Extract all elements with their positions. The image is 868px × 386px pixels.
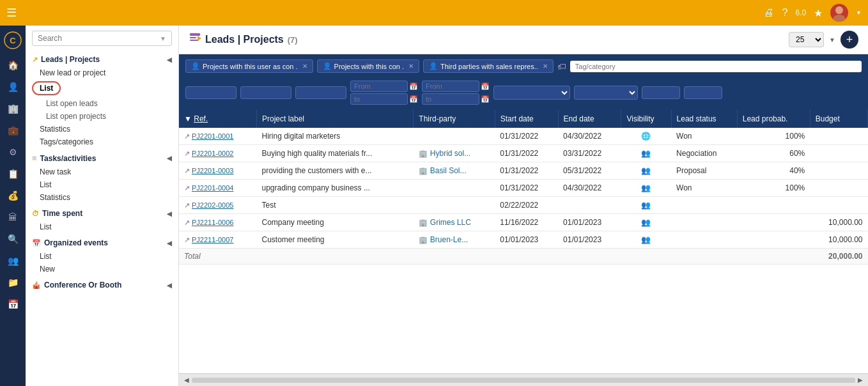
sidebar-item-open-projects[interactable]: List open projects (26, 110, 178, 123)
filter-input-5[interactable] (684, 86, 722, 99)
visibility-filter-select[interactable]: Public Private (493, 86, 570, 100)
row-budget: 10,000.00 (810, 231, 867, 249)
help-icon[interactable]: ? (782, 7, 787, 19)
calendar-icon-3[interactable]: 📅 (481, 82, 490, 91)
sidebar-section-events-header[interactable]: 📅 Organized events ◀ (26, 236, 178, 250)
filter-input-3[interactable] (295, 86, 346, 99)
row-start-date: 11/16/2022 (495, 214, 558, 231)
page-count: (7) (288, 35, 298, 45)
sidebar-section-tasks-header[interactable]: ≡ Tasks/activities ◀ (26, 151, 178, 166)
filter-input-2[interactable] (240, 86, 291, 99)
tag-category-input[interactable] (570, 61, 862, 72)
row-budget (810, 180, 867, 197)
sidebar-item-list[interactable]: List (32, 81, 61, 95)
row-lead-icon: ↗ (184, 132, 190, 140)
scroll-left-icon[interactable]: ◀ (184, 376, 189, 383)
svg-marker-7 (198, 36, 201, 41)
nav-home-icon[interactable]: 🏠 (3, 56, 23, 74)
filter-remove-1[interactable]: ✕ (302, 63, 307, 70)
sidebar-item-open-leads[interactable]: List open leads (26, 97, 178, 110)
ref-link[interactable]: PJ2201-0002 (192, 150, 233, 157)
sidebar-section-leads-header[interactable]: ↗ Leads | Projects ◀ (26, 52, 178, 66)
row-lead-prob (737, 231, 810, 249)
row-project-label: Test (256, 197, 413, 214)
sidebar-item-tasks-stats[interactable]: Statistics (26, 191, 178, 204)
calendar-icon-4[interactable]: 📅 (481, 95, 490, 104)
nav-leads-icon[interactable]: 💼 (3, 121, 23, 139)
col-ref[interactable]: ▼ Ref. (179, 110, 256, 128)
sidebar-item-time-list[interactable]: List (26, 220, 178, 233)
filter-input-1[interactable] (185, 86, 236, 99)
col-label: Project label (256, 110, 413, 128)
search-input[interactable] (38, 34, 160, 43)
nav-settings-icon[interactable]: ⚙ (3, 143, 23, 161)
date-from-input-2[interactable] (422, 81, 479, 92)
sidebar-item-events-list[interactable]: List (26, 250, 178, 263)
calendar-icon-2[interactable]: 📅 (409, 95, 418, 104)
sidebar-item-list-wrapper: List (26, 79, 178, 97)
page-title-icon (189, 32, 201, 48)
nav-search-icon[interactable]: 🔍 (3, 230, 23, 248)
ref-link[interactable]: PJ2211-0007 (192, 236, 233, 243)
per-page-select[interactable]: 25 10 50 100 (789, 32, 824, 47)
row-third-party[interactable]: 🏢 Grimes LLC (419, 218, 490, 227)
per-page-dropdown-icon: ▼ (829, 36, 835, 43)
ref-link[interactable]: PJ2202-0005 (192, 201, 233, 209)
sidebar-section-time-header[interactable]: ⏱ Time spent ◀ (26, 206, 178, 220)
sidebar-item-new-lead[interactable]: New lead or project (26, 66, 178, 79)
filter-user-icon-2: 👤 (323, 62, 332, 70)
favorites-icon[interactable]: ★ (814, 7, 823, 19)
ref-link[interactable]: PJ2201-0004 (192, 184, 233, 192)
row-lead-prob: 60% (737, 145, 810, 162)
filter-user-icon-3: 👤 (429, 62, 438, 70)
row-third-party[interactable]: 🏢 Hybrid sol... (419, 149, 490, 158)
sidebar-item-tags[interactable]: Tags/categories (26, 135, 178, 148)
date-from-input-1[interactable] (350, 81, 408, 92)
date-to-input-2[interactable] (422, 93, 479, 105)
print-icon[interactable]: 🖨 (764, 7, 774, 19)
col-ref-text: Ref. (194, 114, 208, 123)
ref-link[interactable]: PJ2201-0003 (192, 167, 233, 174)
avatar[interactable] (830, 4, 848, 22)
filter-chip-sales[interactable]: 👤 Third parties with sales repres.. ✕ (423, 59, 554, 73)
filter-chip-contact[interactable]: 👤 Projects with this con . ✕ (317, 59, 419, 73)
date-to-input-1[interactable] (350, 93, 408, 105)
sidebar-item-statistics[interactable]: Statistics (26, 123, 178, 135)
row-third-party[interactable]: 🏢 Basil Sol... (419, 166, 490, 175)
add-button[interactable]: + (841, 31, 858, 49)
icon-bar: C 🏠 👤 🏢 💼 ⚙ 📋 💰 🏛 🔍 👥 📁 📅 (0, 26, 26, 386)
filter-remove-3[interactable]: ✕ (543, 63, 548, 70)
nav-tasks-icon[interactable]: 📋 (3, 165, 23, 183)
sidebar-section-conference-header[interactable]: 🎪 Conference Or Booth ◀ (26, 278, 178, 292)
avatar-dropdown-icon[interactable]: ▼ (856, 10, 862, 16)
version-label: 6.0 (795, 8, 806, 17)
calendar-icon-1[interactable]: 📅 (409, 82, 418, 91)
nav-finance-icon[interactable]: 💰 (3, 187, 23, 205)
filter-input-4[interactable] (642, 86, 680, 99)
sidebar-section-tasks: ≡ Tasks/activities ◀ New task List Stati… (26, 151, 178, 204)
sidebar-item-new-task[interactable]: New task (26, 166, 178, 178)
nav-contacts-icon[interactable]: 👥 (3, 252, 23, 270)
nav-company-icon[interactable]: 🏢 (3, 100, 23, 118)
scroll-right-icon[interactable]: ▶ (858, 376, 863, 383)
row-start-date: 01/31/2022 (495, 128, 558, 145)
nav-bank-icon[interactable]: 🏛 (3, 208, 23, 226)
horizontal-scrollbar[interactable] (192, 378, 855, 383)
sidebar-item-tasks-list[interactable]: List (26, 178, 178, 191)
nav-files-icon[interactable]: 📁 (3, 274, 23, 291)
nav-user-icon[interactable]: 👤 (3, 78, 23, 96)
sidebar-section-leads: ↗ Leads | Projects ◀ New lead or project… (26, 52, 178, 148)
topbar: ☰ 🖨 ? 6.0 ★ ▼ (0, 0, 868, 26)
filter-chip-user-contact[interactable]: 👤 Projects with this user as con . ✕ (185, 59, 313, 73)
nav-calendar-icon[interactable]: 📅 (3, 295, 23, 313)
search-box[interactable]: ▼ (32, 31, 172, 46)
hamburger-icon[interactable]: ☰ (6, 6, 17, 20)
search-dropdown-icon[interactable]: ▼ (160, 35, 166, 42)
row-budget (810, 128, 867, 145)
status-filter-select[interactable]: Won Lost Proposal (574, 86, 638, 100)
filter-remove-2[interactable]: ✕ (408, 63, 414, 70)
ref-link[interactable]: PJ2211-0006 (192, 219, 233, 226)
ref-link[interactable]: PJ2201-0001 (192, 132, 233, 140)
sidebar-item-events-new[interactable]: New (26, 263, 178, 275)
row-third-party[interactable]: 🏢 Bruen-Le... (419, 235, 490, 244)
